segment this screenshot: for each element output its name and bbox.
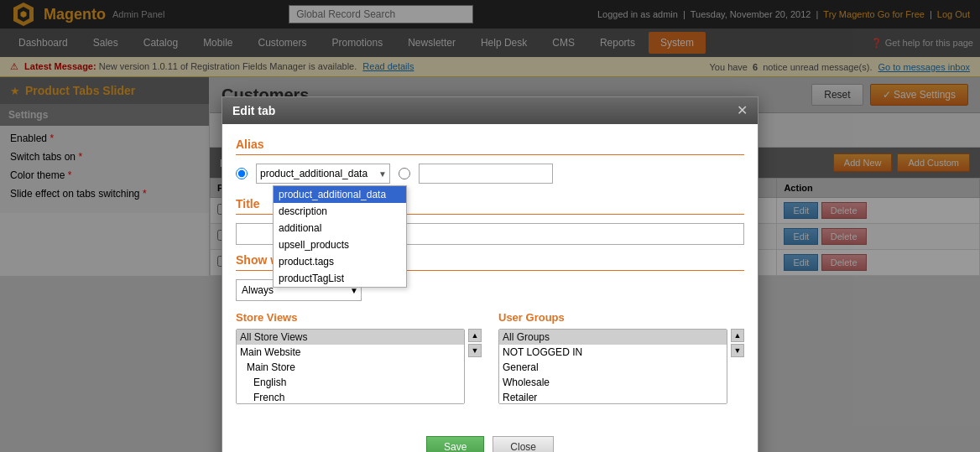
ug-opt-wholesale: Wholesale	[499, 375, 727, 390]
dropdown-item-5[interactable]: product.tags	[274, 253, 406, 270]
dropdown-item-3[interactable]: additional	[274, 220, 406, 236]
user-groups-title: User Groups	[498, 311, 744, 324]
ug-opt-notlogged: NOT LOGGED IN	[499, 345, 727, 360]
ug-scroll-down[interactable]: ▼	[731, 344, 744, 357]
modal-body: Alias product_additional_data descriptio…	[222, 124, 758, 428]
ug-opt-retailer: Retailer	[499, 390, 727, 404]
modal-save-button[interactable]: Save	[426, 436, 484, 452]
user-groups-listbox[interactable]: All Groups NOT LOGGED IN General Wholesa…	[498, 329, 727, 404]
store-views-title: Store Views	[236, 311, 482, 324]
alias-radio-select[interactable]	[236, 168, 248, 179]
sv-scroll-down[interactable]: ▼	[468, 344, 482, 357]
alias-radio-text[interactable]	[399, 168, 410, 179]
alias-select-wrapper: product_additional_data description addi…	[256, 164, 390, 184]
dropdown-item-1[interactable]: product_additional_data	[274, 186, 406, 203]
sv-opt-all: All Store Views	[237, 330, 464, 345]
user-groups-scrollbar: ▲ ▼	[731, 329, 744, 404]
alias-dropdown-popup: product_additional_data description addi…	[273, 185, 407, 288]
sv-scroll-up[interactable]: ▲	[468, 329, 482, 342]
sv-opt-english: English	[237, 375, 464, 390]
modal-footer: Save Close	[222, 428, 758, 452]
modal-close-button[interactable]: ✕	[737, 104, 748, 117]
sv-opt-mainstore: Main Store	[237, 360, 464, 375]
ug-scroll-up[interactable]: ▲	[731, 329, 744, 342]
modal-backdrop[interactable]: Edit tab ✕ Alias product_additional_data…	[0, 0, 980, 452]
alias-select[interactable]: product_additional_data description addi…	[256, 164, 390, 184]
alias-text-input[interactable]	[419, 164, 553, 184]
store-views-listbox[interactable]: All Store Views Main Website Main Store …	[236, 329, 465, 404]
store-views-scrollbar: ▲ ▼	[468, 329, 482, 404]
modal-close-footer-button[interactable]: Close	[493, 436, 554, 452]
modal-header: Edit tab ✕	[222, 97, 758, 124]
dropdown-item-6[interactable]: productTagList	[274, 270, 406, 287]
sv-opt-french: French	[237, 390, 464, 404]
dropdown-item-2[interactable]: description	[274, 203, 406, 220]
edit-tab-modal: Edit tab ✕ Alias product_additional_data…	[222, 96, 758, 452]
alias-row: product_additional_data description addi…	[236, 164, 744, 184]
modal-title: Edit tab	[232, 104, 275, 117]
user-groups-listbox-wrapper: All Groups NOT LOGGED IN General Wholesa…	[498, 329, 744, 404]
store-views-col: Store Views All Store Views Main Website…	[236, 311, 482, 404]
two-col-section: Store Views All Store Views Main Website…	[236, 311, 744, 404]
alias-section-title: Alias	[236, 138, 744, 155]
user-groups-col: User Groups All Groups NOT LOGGED IN Gen…	[498, 311, 744, 404]
ug-opt-general: General	[499, 360, 727, 375]
store-views-listbox-wrapper: All Store Views Main Website Main Store …	[236, 329, 482, 404]
sv-opt-mainwebsite: Main Website	[237, 345, 464, 360]
dropdown-item-4[interactable]: upsell_products	[274, 236, 406, 253]
ug-opt-all: All Groups	[499, 330, 727, 345]
